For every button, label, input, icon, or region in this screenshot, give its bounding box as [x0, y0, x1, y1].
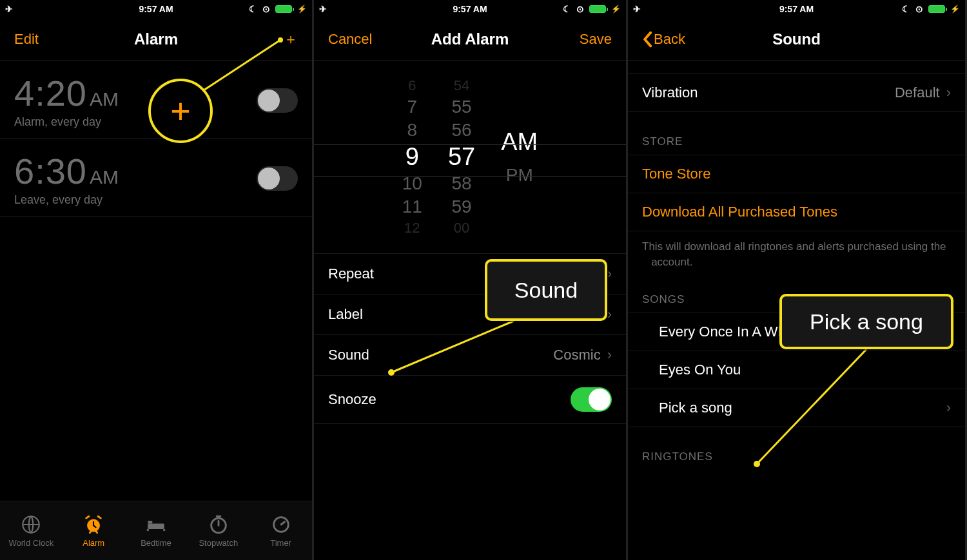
svg-point-11	[754, 461, 760, 467]
annotation-line	[314, 0, 628, 451]
svg-rect-3	[148, 521, 152, 523]
screen-add-alarm: ✈ 9:57 AM ☾ ⊙ ⚡ Cancel Add Alarm Save 6 …	[314, 0, 628, 560]
tab-world-clock[interactable]: World Clock	[0, 501, 63, 560]
tab-label: Timer	[270, 538, 291, 548]
stopwatch-icon	[208, 514, 230, 536]
plus-icon: +	[170, 91, 191, 131]
svg-line-8	[391, 321, 514, 372]
alarm-subtitle: Leave, every day	[14, 193, 119, 207]
svg-line-6	[204, 40, 280, 90]
tab-label: World Clock	[8, 538, 54, 548]
callout-plus-circle: +	[148, 79, 213, 143]
svg-line-10	[757, 349, 866, 464]
tab-label: Bedtime	[141, 538, 171, 548]
tab-label: Alarm	[83, 538, 104, 548]
alarm-icon	[83, 514, 104, 536]
bed-icon	[145, 514, 167, 536]
callout-text: Pick a song	[810, 309, 923, 334]
callout-text: Sound	[514, 278, 578, 303]
tab-alarm[interactable]: Alarm	[63, 501, 125, 560]
screen-alarm-list: ✈ 9:57 AM ☾ ⊙ ⚡ Edit Alarm ＋ 4:20 AM Ala…	[0, 0, 314, 560]
timer-icon	[270, 514, 292, 536]
screen-sound: ✈ 9:57 AM ☾ ⊙ ⚡ Back Sound Vibration Def…	[628, 0, 967, 560]
callout-sound: Sound	[485, 259, 607, 321]
svg-point-7	[278, 37, 283, 43]
tab-bedtime[interactable]: Bedtime	[125, 501, 188, 560]
callout-pick-a-song: Pick a song	[779, 294, 953, 349]
tab-stopwatch[interactable]: Stopwatch	[187, 501, 249, 560]
svg-point-9	[388, 369, 395, 376]
annotation-line	[628, 0, 967, 516]
svg-rect-2	[148, 524, 164, 530]
tab-label: Stopwatch	[199, 538, 238, 548]
tab-bar: World Clock Alarm Bedtime Stopwatch Time…	[0, 501, 312, 560]
tab-timer[interactable]: Timer	[249, 501, 312, 560]
globe-icon	[20, 514, 42, 536]
